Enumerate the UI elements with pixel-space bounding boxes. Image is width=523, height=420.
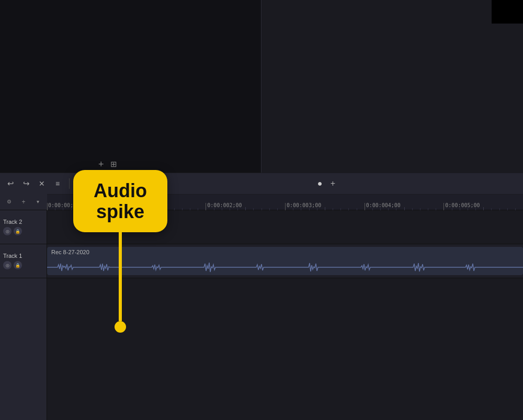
track1-header: Track 1 ◎ 🔒 xyxy=(0,244,47,278)
timeline-settings-button[interactable]: ⚙ xyxy=(5,197,14,207)
add-media-icon[interactable]: + xyxy=(98,159,104,170)
undo-button[interactable]: ↩ xyxy=(4,177,17,190)
track2-header: Track 2 ◎ 🔒 xyxy=(0,210,47,244)
lock-icon: 🔒 xyxy=(15,229,20,234)
track1-lock-button[interactable]: 🔒 xyxy=(14,261,22,269)
tracks-panel: Track 2 ◎ 🔒 Track 1 ◎ 🔒 xyxy=(0,210,47,420)
preview-right-panel xyxy=(262,0,523,173)
tooltip-line2: spike xyxy=(90,201,151,222)
add-track-timeline-button[interactable]: + xyxy=(19,197,28,207)
redo-button[interactable]: ↪ xyxy=(20,177,32,190)
track2-lock-button[interactable]: 🔒 xyxy=(14,227,22,235)
track1-headphone-button[interactable]: ◎ xyxy=(3,261,12,269)
track2-name: Track 2 xyxy=(3,219,22,225)
add-marker-button[interactable]: + xyxy=(326,177,339,190)
preview-left-panel xyxy=(0,0,262,173)
menu-button[interactable]: ≡ xyxy=(51,177,64,190)
tooltip-line1: Audio xyxy=(90,180,151,201)
headphone-icon2: ◎ xyxy=(6,263,9,268)
headphone-icon: ◎ xyxy=(6,229,9,234)
undo-icon: ↩ xyxy=(7,179,14,188)
playhead-dot: ● xyxy=(317,179,323,188)
menu-icon: ≡ xyxy=(55,179,60,188)
timeline-left-header: ⚙ + ▾ xyxy=(0,194,47,210)
redo-icon: ↪ xyxy=(23,179,30,188)
chevron-down-small-icon: ▾ xyxy=(37,199,39,205)
add-marker-icon: + xyxy=(331,179,335,188)
close-button[interactable]: ✕ xyxy=(36,177,48,190)
close-icon: ✕ xyxy=(39,179,45,188)
tooltip-stem xyxy=(119,232,122,321)
grid-view-icon[interactable]: ⊞ xyxy=(110,160,117,169)
expand-button[interactable]: ▾ xyxy=(33,197,42,207)
plus-small-icon: + xyxy=(21,198,25,206)
track2-headphone-button[interactable]: ◎ xyxy=(3,227,12,235)
settings-icon: ⚙ xyxy=(7,199,12,205)
track1-name: Track 1 xyxy=(3,253,22,259)
tooltip-container: Audio spike xyxy=(73,170,167,333)
tooltip-endpoint xyxy=(115,321,126,333)
preview-area: + ⊞ xyxy=(0,0,523,173)
small-preview-box xyxy=(492,0,523,24)
lock-icon2: 🔒 xyxy=(15,263,20,268)
tooltip-bubble: Audio spike xyxy=(73,170,167,232)
